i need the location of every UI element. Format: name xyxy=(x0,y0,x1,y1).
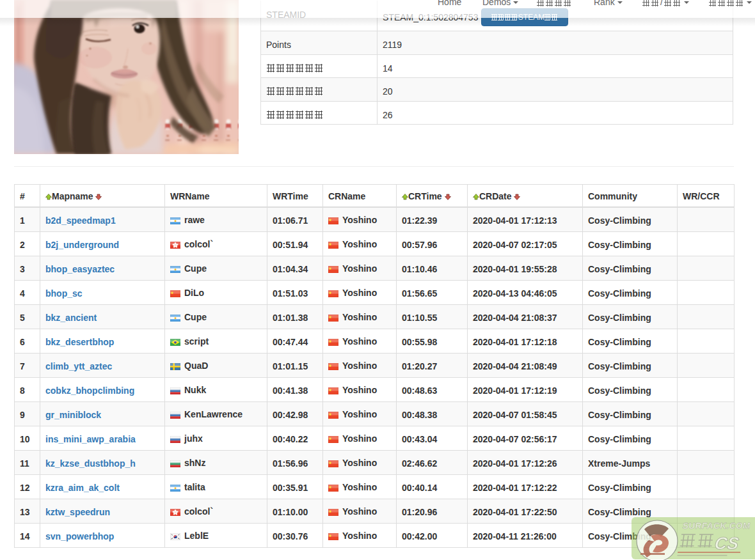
svg-text:SURFACK.COM: SURFACK.COM xyxy=(682,521,751,531)
svg-text:CS: CS xyxy=(713,533,740,553)
